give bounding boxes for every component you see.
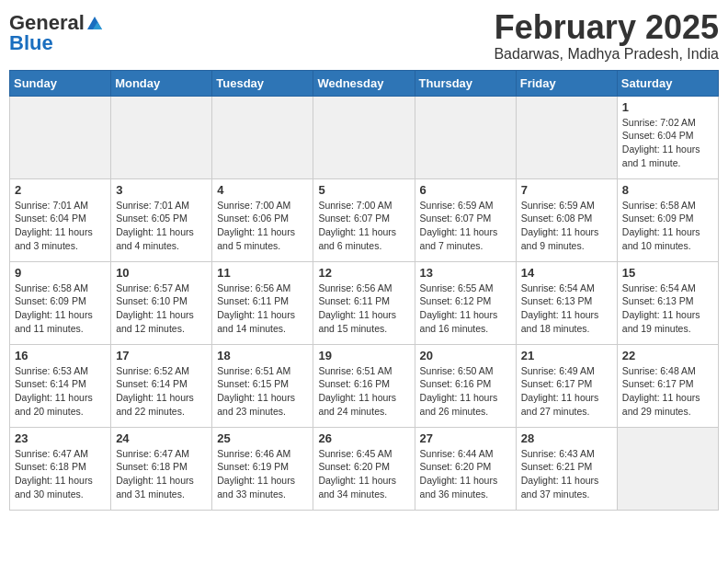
sub-title: Badarwas, Madhya Pradesh, India bbox=[494, 46, 719, 63]
calendar-cell: 16Sunrise: 6:53 AM Sunset: 6:14 PM Dayli… bbox=[10, 344, 111, 427]
day-number: 27 bbox=[420, 431, 511, 445]
day-info: Sunrise: 6:57 AM Sunset: 6:10 PM Dayligh… bbox=[116, 282, 207, 336]
day-info: Sunrise: 7:00 AM Sunset: 6:06 PM Dayligh… bbox=[217, 199, 308, 253]
calendar-header-thursday: Thursday bbox=[415, 70, 516, 96]
calendar-cell: 15Sunrise: 6:54 AM Sunset: 6:13 PM Dayli… bbox=[617, 261, 718, 344]
calendar-cell: 28Sunrise: 6:43 AM Sunset: 6:21 PM Dayli… bbox=[516, 427, 617, 510]
calendar-cell: 2Sunrise: 7:01 AM Sunset: 6:04 PM Daylig… bbox=[10, 178, 111, 261]
logo-general-text: General bbox=[9, 13, 85, 33]
day-info: Sunrise: 6:47 AM Sunset: 6:18 PM Dayligh… bbox=[116, 447, 207, 501]
day-number: 1 bbox=[622, 100, 713, 114]
main-title: February 2025 bbox=[494, 9, 719, 46]
day-info: Sunrise: 6:54 AM Sunset: 6:13 PM Dayligh… bbox=[521, 282, 612, 336]
calendar-cell: 13Sunrise: 6:55 AM Sunset: 6:12 PM Dayli… bbox=[415, 261, 516, 344]
calendar-week-1: 1Sunrise: 7:02 AM Sunset: 6:04 PM Daylig… bbox=[10, 96, 719, 178]
calendar-cell: 3Sunrise: 7:01 AM Sunset: 6:05 PM Daylig… bbox=[111, 178, 212, 261]
title-area: February 2025 Badarwas, Madhya Pradesh, … bbox=[494, 9, 719, 63]
day-number: 24 bbox=[116, 431, 207, 445]
day-number: 23 bbox=[15, 431, 106, 445]
calendar-cell: 8Sunrise: 6:58 AM Sunset: 6:09 PM Daylig… bbox=[617, 178, 718, 261]
calendar-week-3: 9Sunrise: 6:58 AM Sunset: 6:09 PM Daylig… bbox=[10, 261, 719, 344]
day-info: Sunrise: 6:56 AM Sunset: 6:11 PM Dayligh… bbox=[217, 282, 308, 336]
day-number: 6 bbox=[420, 183, 511, 197]
day-number: 26 bbox=[318, 431, 409, 445]
calendar-cell: 23Sunrise: 6:47 AM Sunset: 6:18 PM Dayli… bbox=[10, 427, 111, 510]
logo: General Blue bbox=[9, 9, 105, 53]
calendar-cell: 24Sunrise: 6:47 AM Sunset: 6:18 PM Dayli… bbox=[111, 427, 212, 510]
calendar-cell: 12Sunrise: 6:56 AM Sunset: 6:11 PM Dayli… bbox=[313, 261, 415, 344]
calendar-cell: 25Sunrise: 6:46 AM Sunset: 6:19 PM Dayli… bbox=[212, 427, 313, 510]
calendar-header-friday: Friday bbox=[516, 70, 617, 96]
day-number: 20 bbox=[420, 349, 511, 362]
logo-icon bbox=[85, 15, 104, 33]
calendar-table: SundayMondayTuesdayWednesdayThursdayFrid… bbox=[9, 70, 719, 511]
day-info: Sunrise: 7:01 AM Sunset: 6:04 PM Dayligh… bbox=[15, 199, 106, 253]
calendar-cell: 5Sunrise: 7:00 AM Sunset: 6:07 PM Daylig… bbox=[313, 178, 415, 261]
calendar-cell: 10Sunrise: 6:57 AM Sunset: 6:10 PM Dayli… bbox=[111, 261, 212, 344]
day-number: 3 bbox=[116, 183, 207, 197]
day-info: Sunrise: 6:51 AM Sunset: 6:15 PM Dayligh… bbox=[217, 364, 308, 419]
day-info: Sunrise: 6:58 AM Sunset: 6:09 PM Dayligh… bbox=[622, 199, 713, 253]
calendar-cell: 4Sunrise: 7:00 AM Sunset: 6:06 PM Daylig… bbox=[212, 178, 313, 261]
day-number: 16 bbox=[15, 349, 106, 362]
calendar-cell: 20Sunrise: 6:50 AM Sunset: 6:16 PM Dayli… bbox=[415, 344, 516, 427]
day-info: Sunrise: 7:01 AM Sunset: 6:05 PM Dayligh… bbox=[116, 199, 207, 253]
day-number: 12 bbox=[318, 266, 409, 280]
calendar-cell: 6Sunrise: 6:59 AM Sunset: 6:07 PM Daylig… bbox=[415, 178, 516, 261]
calendar-cell bbox=[516, 96, 617, 178]
day-info: Sunrise: 6:58 AM Sunset: 6:09 PM Dayligh… bbox=[15, 282, 106, 336]
day-number: 17 bbox=[116, 349, 207, 362]
calendar-header-sunday: Sunday bbox=[10, 70, 111, 96]
calendar-cell: 14Sunrise: 6:54 AM Sunset: 6:13 PM Dayli… bbox=[516, 261, 617, 344]
day-number: 13 bbox=[420, 266, 511, 280]
day-info: Sunrise: 6:45 AM Sunset: 6:20 PM Dayligh… bbox=[318, 447, 409, 501]
calendar-cell: 26Sunrise: 6:45 AM Sunset: 6:20 PM Dayli… bbox=[313, 427, 415, 510]
day-info: Sunrise: 6:59 AM Sunset: 6:07 PM Dayligh… bbox=[420, 199, 511, 253]
calendar-header-row: SundayMondayTuesdayWednesdayThursdayFrid… bbox=[10, 70, 719, 96]
calendar-cell bbox=[111, 96, 212, 178]
calendar-cell: 21Sunrise: 6:49 AM Sunset: 6:17 PM Dayli… bbox=[516, 344, 617, 427]
day-number: 18 bbox=[217, 349, 308, 362]
day-info: Sunrise: 6:51 AM Sunset: 6:16 PM Dayligh… bbox=[318, 364, 409, 419]
day-number: 10 bbox=[116, 266, 207, 280]
calendar-cell: 7Sunrise: 6:59 AM Sunset: 6:08 PM Daylig… bbox=[516, 178, 617, 261]
header: General Blue February 2025 Badarwas, Mad… bbox=[9, 9, 719, 63]
day-info: Sunrise: 6:49 AM Sunset: 6:17 PM Dayligh… bbox=[521, 364, 612, 419]
calendar-cell: 11Sunrise: 6:56 AM Sunset: 6:11 PM Dayli… bbox=[212, 261, 313, 344]
day-info: Sunrise: 6:43 AM Sunset: 6:21 PM Dayligh… bbox=[521, 447, 612, 501]
day-info: Sunrise: 6:48 AM Sunset: 6:17 PM Dayligh… bbox=[622, 364, 713, 419]
calendar-cell bbox=[415, 96, 516, 178]
day-info: Sunrise: 7:00 AM Sunset: 6:07 PM Dayligh… bbox=[318, 199, 409, 253]
day-info: Sunrise: 6:52 AM Sunset: 6:14 PM Dayligh… bbox=[116, 364, 207, 419]
calendar-cell: 17Sunrise: 6:52 AM Sunset: 6:14 PM Dayli… bbox=[111, 344, 212, 427]
day-info: Sunrise: 6:55 AM Sunset: 6:12 PM Dayligh… bbox=[420, 282, 511, 336]
day-number: 21 bbox=[521, 349, 612, 362]
day-info: Sunrise: 6:44 AM Sunset: 6:20 PM Dayligh… bbox=[420, 447, 511, 501]
day-info: Sunrise: 6:54 AM Sunset: 6:13 PM Dayligh… bbox=[622, 282, 713, 336]
day-info: Sunrise: 7:02 AM Sunset: 6:04 PM Dayligh… bbox=[622, 116, 713, 170]
calendar-cell: 9Sunrise: 6:58 AM Sunset: 6:09 PM Daylig… bbox=[10, 261, 111, 344]
day-number: 22 bbox=[622, 349, 713, 362]
day-info: Sunrise: 6:46 AM Sunset: 6:19 PM Dayligh… bbox=[217, 447, 308, 501]
day-number: 11 bbox=[217, 266, 308, 280]
day-number: 19 bbox=[318, 349, 409, 362]
day-number: 8 bbox=[622, 183, 713, 197]
day-number: 5 bbox=[318, 183, 409, 197]
day-number: 2 bbox=[15, 183, 106, 197]
calendar-cell: 1Sunrise: 7:02 AM Sunset: 6:04 PM Daylig… bbox=[617, 96, 718, 178]
day-number: 25 bbox=[217, 431, 308, 445]
calendar-header-tuesday: Tuesday bbox=[212, 70, 313, 96]
calendar-cell: 27Sunrise: 6:44 AM Sunset: 6:20 PM Dayli… bbox=[415, 427, 516, 510]
logo-blue-text: Blue bbox=[9, 33, 53, 53]
day-info: Sunrise: 6:59 AM Sunset: 6:08 PM Dayligh… bbox=[521, 199, 612, 253]
calendar-cell bbox=[313, 96, 415, 178]
day-number: 28 bbox=[521, 431, 612, 445]
day-number: 15 bbox=[622, 266, 713, 280]
calendar-week-5: 23Sunrise: 6:47 AM Sunset: 6:18 PM Dayli… bbox=[10, 427, 719, 510]
day-info: Sunrise: 6:50 AM Sunset: 6:16 PM Dayligh… bbox=[420, 364, 511, 419]
day-number: 4 bbox=[217, 183, 308, 197]
day-number: 14 bbox=[521, 266, 612, 280]
calendar-cell: 18Sunrise: 6:51 AM Sunset: 6:15 PM Dayli… bbox=[212, 344, 313, 427]
calendar-header-wednesday: Wednesday bbox=[313, 70, 415, 96]
day-info: Sunrise: 6:47 AM Sunset: 6:18 PM Dayligh… bbox=[15, 447, 106, 501]
